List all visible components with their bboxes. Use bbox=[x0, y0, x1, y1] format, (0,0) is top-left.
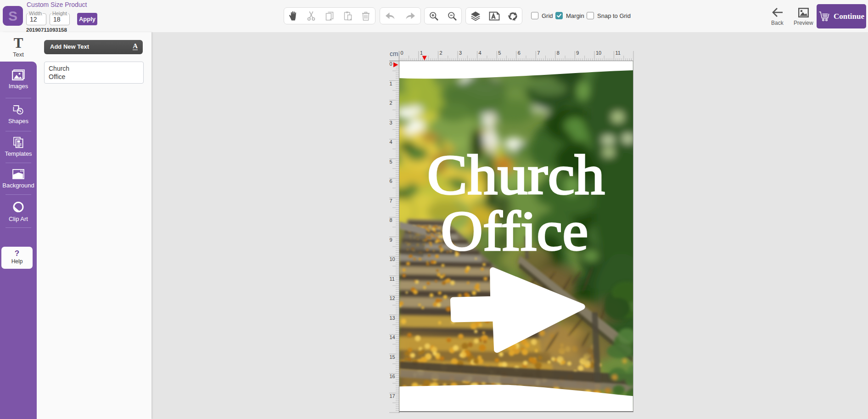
svg-text:4: 4 bbox=[390, 139, 392, 145]
svg-text:7: 7 bbox=[537, 50, 540, 56]
svg-text:0: 0 bbox=[390, 61, 392, 67]
svg-text:6: 6 bbox=[518, 50, 521, 56]
svg-text:16: 16 bbox=[390, 374, 395, 379]
svg-text:Church: Church bbox=[427, 144, 605, 206]
svg-text:2: 2 bbox=[390, 100, 392, 106]
svg-text:5: 5 bbox=[390, 159, 392, 164]
svg-text:11: 11 bbox=[390, 276, 395, 282]
svg-text:11: 11 bbox=[615, 50, 620, 56]
svg-text:10: 10 bbox=[596, 50, 601, 56]
svg-text:6: 6 bbox=[390, 178, 392, 184]
svg-text:8: 8 bbox=[390, 217, 392, 223]
svg-text:5: 5 bbox=[498, 50, 501, 56]
svg-text:9: 9 bbox=[390, 237, 392, 243]
svg-text:17: 17 bbox=[390, 393, 395, 399]
svg-text:14: 14 bbox=[390, 334, 395, 340]
svg-text:15: 15 bbox=[390, 354, 395, 360]
svg-text:0: 0 bbox=[400, 50, 403, 56]
svg-text:10: 10 bbox=[390, 256, 395, 262]
svg-text:7: 7 bbox=[390, 198, 392, 204]
svg-text:13: 13 bbox=[390, 315, 395, 321]
svg-text:1: 1 bbox=[420, 50, 423, 56]
svg-text:4: 4 bbox=[479, 50, 482, 56]
svg-text:12: 12 bbox=[390, 295, 395, 301]
svg-text:2: 2 bbox=[440, 50, 442, 56]
svg-text:Office: Office bbox=[441, 200, 588, 262]
svg-text:3: 3 bbox=[459, 50, 462, 56]
svg-text:9: 9 bbox=[576, 50, 579, 56]
svg-text:1: 1 bbox=[390, 81, 392, 86]
svg-text:8: 8 bbox=[557, 50, 560, 56]
svg-text:3: 3 bbox=[390, 120, 392, 125]
